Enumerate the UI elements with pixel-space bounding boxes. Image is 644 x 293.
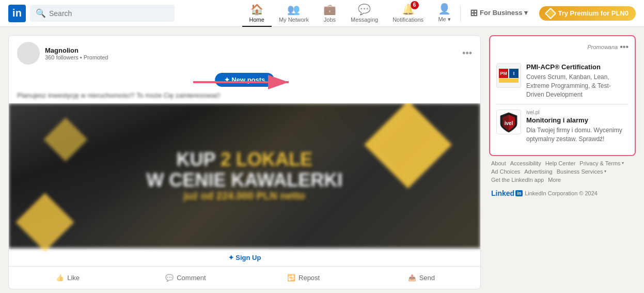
nav-item-business[interactable]: ⊞ For Business ▾: [463, 0, 535, 27]
ivel-domain: ivel.pl: [526, 110, 629, 115]
sign-up-link[interactable]: ✦ Sign Up: [228, 254, 261, 261]
send-icon: 📤: [408, 274, 416, 282]
pmi-yellow-bar: [499, 79, 519, 83]
footer-linkedin-logo: Linked in: [491, 189, 523, 197]
arrow-overlay: [193, 67, 296, 100]
post-author-subtitle: 360 followers • Promoted: [45, 54, 457, 60]
ivel-ad-title: Monitoring i alarmy: [526, 116, 629, 124]
ad-item-pmi[interactable]: PM I PMI-ACP® Certification Covers Scrum…: [496, 58, 629, 104]
promoted-label: Promowana: [587, 44, 618, 50]
jobs-icon: 💼: [323, 3, 336, 16]
ivel-shield-icon: ivel: [497, 111, 520, 133]
ad-more-button[interactable]: •••: [620, 42, 629, 52]
nav-item-jobs[interactable]: 💼 Jobs: [316, 0, 343, 27]
post-image-headline: KUP 2 LOKALE W CENIE KAWALERKI już od 22…: [146, 149, 342, 202]
pmi-logo-inner: PM I: [499, 69, 519, 83]
messaging-icon: 💬: [358, 3, 371, 16]
svg-text:ivel: ivel: [505, 120, 513, 126]
notifications-icon: 🔔 6: [402, 3, 415, 16]
pmi-ad-title: PMI-ACP® Certification: [526, 63, 629, 71]
post-author-avatar: [17, 42, 40, 65]
post-author-name: Magnolion: [45, 47, 457, 54]
footer-link-app[interactable]: Get the LinkedIn app: [491, 177, 544, 183]
comment-icon: 💬: [165, 274, 174, 282]
ad-card: Promowana ••• PM I PMI-ACP® Certificatio…: [489, 35, 636, 156]
repost-button[interactable]: 🔁 Repost: [245, 269, 363, 287]
pmi-blue-box: I: [509, 69, 519, 78]
premium-gem-icon: [545, 7, 557, 19]
like-icon: 👍: [56, 274, 64, 282]
footer-copyright: Linked in LinkedIn Corporation © 2024: [489, 187, 636, 199]
nav-item-messaging[interactable]: 💬 Messaging: [343, 0, 385, 27]
search-input[interactable]: [49, 9, 169, 18]
pmi-ad-content: PMI-ACP® Certification Covers Scrum, Kan…: [526, 63, 629, 99]
comment-button[interactable]: 💬 Comment: [127, 269, 244, 287]
nav-item-me[interactable]: 👤 Me ▾: [431, 0, 458, 27]
post-card: Magnolion 360 followers • Promoted •••: [8, 35, 481, 289]
nav-item-notifications[interactable]: 🔔 6 Notifications: [385, 0, 431, 27]
business-chevron-icon: ▾: [524, 9, 528, 17]
pmi-logo: PM I: [496, 63, 521, 88]
grid-icon: ⊞: [470, 7, 478, 19]
business-chevron-icon: ▾: [604, 169, 606, 174]
footer-link-about[interactable]: About: [491, 160, 506, 166]
right-sidebar: Promowana ••• PM I PMI-ACP® Certificatio…: [489, 27, 644, 293]
footer-link-help[interactable]: Help Center: [545, 160, 576, 166]
like-button[interactable]: 👍 Like: [9, 269, 127, 287]
post-actions: 👍 Like 💬 Comment 🔁 Repost 📤 Send: [9, 266, 480, 289]
footer-link-business[interactable]: Business Services ▾: [557, 168, 606, 175]
ivel-logo: ivel: [496, 110, 521, 134]
footer-link-more[interactable]: More: [548, 177, 561, 183]
footer-linked-text: Linked: [491, 189, 514, 197]
navbar: in 🔍 🏠 Home 👥 My Network 💼 Jobs 💬 Messag…: [0, 0, 644, 27]
arrow-svg: [193, 67, 296, 98]
pmi-top: PM I: [499, 69, 519, 78]
ad-card-header: Promowana •••: [496, 42, 629, 52]
search-icon: 🔍: [36, 8, 46, 18]
send-button[interactable]: 📤 Send: [363, 269, 480, 287]
footer-links: About Accessibility Help Center Privacy …: [489, 160, 636, 183]
ivel-ad-content: ivel.pl Monitoring i alarmy Dla Twojej f…: [526, 110, 629, 144]
home-icon: 🏠: [250, 3, 263, 16]
main-nav: 🏠 Home 👥 My Network 💼 Jobs 💬 Messaging 🔔…: [242, 0, 636, 27]
post-image-area: KUP 2 LOKALE W CENIE KAWALERKI już od 22…: [9, 103, 480, 266]
ivel-ad-desc: Dla Twojej firmy i domu. Wycenimy optyma…: [526, 126, 629, 144]
privacy-chevron-icon: ▾: [622, 161, 624, 165]
post-area: Magnolion 360 followers • Promoted •••: [0, 27, 489, 293]
search-bar[interactable]: 🔍: [30, 5, 175, 22]
copyright-text: LinkedIn Corporation © 2024: [525, 190, 598, 196]
linkedin-logo[interactable]: in: [8, 5, 26, 22]
footer-link-adchoices[interactable]: Ad Choices: [491, 168, 520, 175]
network-icon: 👥: [287, 3, 300, 16]
footer-link-privacy[interactable]: Privacy & Terms ▾: [579, 160, 623, 166]
main-content: Magnolion 360 followers • Promoted •••: [0, 27, 644, 293]
post-more-button[interactable]: •••: [462, 48, 472, 59]
pmi-red-box: PM: [499, 69, 508, 78]
footer-link-accessibility[interactable]: Accessibility: [510, 160, 541, 166]
post-meta: Magnolion 360 followers • Promoted: [45, 47, 457, 60]
premium-button[interactable]: Try Premium for PLN0: [539, 6, 636, 21]
notifications-badge: 6: [411, 1, 419, 9]
post-image-text: KUP 2 LOKALE W CENIE KAWALERKI już od 22…: [146, 149, 342, 202]
nav-item-home[interactable]: 🏠 Home: [242, 0, 272, 27]
nav-item-network[interactable]: 👥 My Network: [272, 0, 316, 27]
post-image: KUP 2 LOKALE W CENIE KAWALERKI już od 22…: [9, 103, 480, 248]
nav-divider: [460, 5, 461, 22]
footer-link-advertising[interactable]: Advertising: [524, 168, 552, 175]
me-avatar: 👤: [438, 3, 451, 15]
footer-in-box: in: [515, 190, 523, 196]
ad-item-ivel[interactable]: ivel ivel.pl Monitoring i alarmy Dla Two…: [496, 104, 629, 149]
post-header: Magnolion 360 followers • Promoted •••: [9, 36, 480, 69]
pmi-ad-desc: Covers Scrum, Kanban, Lean, Extreme Prog…: [526, 73, 629, 99]
repost-icon: 🔁: [287, 274, 295, 282]
